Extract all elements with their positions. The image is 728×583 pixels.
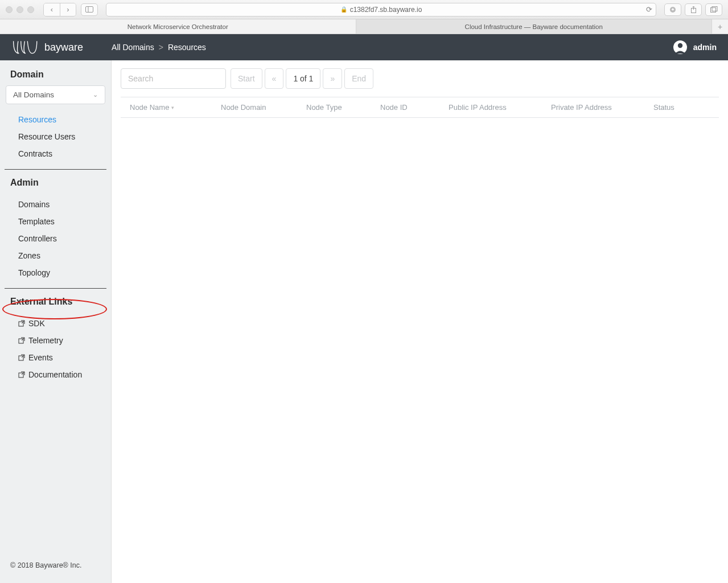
tab-label: Cloud Infrastructure — Bayware documenta… <box>465 23 603 30</box>
sidebar-item-label: Resources <box>18 115 56 124</box>
sidebar-item-events[interactable]: Events <box>0 349 111 366</box>
browser-tab[interactable]: Network Microservice Orchestrator <box>0 19 356 34</box>
pager-next-button[interactable]: » <box>323 68 342 89</box>
minimize-window-icon[interactable] <box>17 6 23 13</box>
svg-rect-0 <box>86 7 93 13</box>
external-link-icon <box>18 337 25 344</box>
sidebar-domain-list: Resources Resource Users Contracts <box>0 109 111 167</box>
sidebar-item-label: Domains <box>18 200 50 209</box>
sort-caret-icon: ▾ <box>171 105 174 110</box>
panel-icon <box>85 6 93 13</box>
sidebar-item-label: Telemetry <box>28 336 63 345</box>
external-link-icon <box>18 371 25 378</box>
column-header-node-type[interactable]: Node Type <box>306 103 380 112</box>
breadcrumb-item[interactable]: Resources <box>168 43 206 52</box>
domain-selector-value: All Domains <box>13 91 54 99</box>
sidebar-item-domains[interactable]: Domains <box>0 196 111 213</box>
pager: Start « 1 of 1 » End <box>231 68 373 89</box>
column-header-node-domain[interactable]: Node Domain <box>221 103 306 112</box>
sidebar-item-topology[interactable]: Topology <box>0 264 111 281</box>
sidebar-item-label: Topology <box>18 268 50 277</box>
sidebar-item-label: Controllers <box>18 234 57 243</box>
share-button[interactable] <box>685 3 702 16</box>
column-label: Node Domain <box>221 103 266 112</box>
brand-logo[interactable]: bayware <box>11 39 83 55</box>
column-header-public-ip[interactable]: Public IP Address <box>449 103 551 112</box>
new-tab-button[interactable]: + <box>712 19 728 34</box>
sidebar-item-sdk[interactable]: SDK <box>0 315 111 332</box>
sidebar-toggle-button[interactable] <box>81 3 98 16</box>
sidebar-item-label: Documentation <box>28 370 82 379</box>
sidebar-item-label: Zones <box>18 251 40 260</box>
address-bar[interactable]: 🔒 c1382fd7.sb.bayware.io ⟳ <box>106 3 656 17</box>
chevron-down-icon: ⌄ <box>93 91 98 98</box>
column-header-node-name[interactable]: Node Name▾ <box>130 103 221 112</box>
browser-tab[interactable]: Cloud Infrastructure — Bayware documenta… <box>356 19 713 34</box>
tabs-button[interactable] <box>705 3 722 16</box>
pager-prev-button[interactable]: « <box>265 68 284 89</box>
pager-end-button[interactable]: End <box>344 68 373 89</box>
download-icon <box>669 6 676 13</box>
svg-rect-4 <box>710 8 715 13</box>
sidebar-item-templates[interactable]: Templates <box>0 213 111 230</box>
app-header: bayware All Domains > Resources admin <box>0 34 728 60</box>
sidebar-section-external: External Links <box>0 295 111 313</box>
brand-text: bayware <box>44 42 83 54</box>
user-menu[interactable]: admin <box>673 40 717 55</box>
svg-point-7 <box>678 43 682 48</box>
window-controls <box>6 6 34 13</box>
column-label: Private IP Address <box>551 103 612 112</box>
sidebar-footer: © 2018 Bayware® Inc. <box>0 552 111 583</box>
column-label: Node ID <box>380 103 408 112</box>
browser-toolbar: ‹ › 🔒 c1382fd7.sb.bayware.io ⟳ <box>0 0 728 19</box>
sidebar-admin-list: Domains Templates Controllers Zones Topo… <box>0 194 111 286</box>
column-label: Node Name <box>130 103 169 112</box>
user-avatar-icon <box>673 40 688 55</box>
sidebar-divider <box>5 288 106 289</box>
sidebar-item-resources[interactable]: Resources <box>0 111 111 128</box>
column-label: Status <box>653 103 674 112</box>
reload-icon[interactable]: ⟳ <box>646 5 652 14</box>
bayware-logo-icon <box>11 39 40 55</box>
pager-start-button[interactable]: Start <box>231 68 262 89</box>
column-header-status[interactable]: Status <box>653 103 705 112</box>
search-input[interactable] <box>121 68 226 89</box>
column-header-private-ip[interactable]: Private IP Address <box>551 103 653 112</box>
user-name: admin <box>693 43 717 52</box>
tab-label: Network Microservice Orchestrator <box>127 23 228 30</box>
browser-right-actions <box>664 3 722 16</box>
sidebar-external-list: SDK Telemetry Events Documentation <box>0 313 111 388</box>
browser-tabs: Network Microservice Orchestrator Cloud … <box>0 19 728 34</box>
breadcrumb-item[interactable]: All Domains <box>112 43 154 52</box>
domain-selector[interactable]: All Domains ⌄ <box>6 85 105 104</box>
maximize-window-icon[interactable] <box>27 6 34 13</box>
column-label: Node Type <box>306 103 342 112</box>
back-button[interactable]: ‹ <box>44 3 60 16</box>
breadcrumb: All Domains > Resources <box>112 43 206 52</box>
pager-page-indicator: 1 of 1 <box>286 68 320 89</box>
share-icon <box>690 6 697 13</box>
sidebar-item-telemetry[interactable]: Telemetry <box>0 332 111 349</box>
breadcrumb-separator: > <box>159 43 163 52</box>
table-header-row: Node Name▾ Node Domain Node Type Node ID… <box>121 97 719 118</box>
sidebar-item-contracts[interactable]: Contracts <box>0 145 111 162</box>
nav-button-group: ‹ › <box>43 3 76 17</box>
sidebar-item-zones[interactable]: Zones <box>0 247 111 264</box>
column-header-node-id[interactable]: Node ID <box>380 103 449 112</box>
sidebar-item-controllers[interactable]: Controllers <box>0 230 111 247</box>
sidebar-section-admin: Admin <box>0 176 111 194</box>
sidebar-item-label: SDK <box>28 319 45 328</box>
close-window-icon[interactable] <box>6 6 13 13</box>
sidebar-item-label: Events <box>28 353 53 362</box>
external-link-icon <box>18 320 25 327</box>
sidebar-divider <box>5 169 106 170</box>
content-toolbar: Start « 1 of 1 » End <box>121 68 719 89</box>
sidebar-item-label: Resource Users <box>18 132 75 141</box>
column-label: Public IP Address <box>449 103 507 112</box>
forward-button[interactable]: › <box>60 3 76 16</box>
download-button[interactable] <box>664 3 681 16</box>
external-link-icon <box>18 354 25 361</box>
sidebar-item-documentation[interactable]: Documentation <box>0 366 111 383</box>
sidebar-item-label: Templates <box>18 217 55 226</box>
sidebar-item-resource-users[interactable]: Resource Users <box>0 128 111 145</box>
